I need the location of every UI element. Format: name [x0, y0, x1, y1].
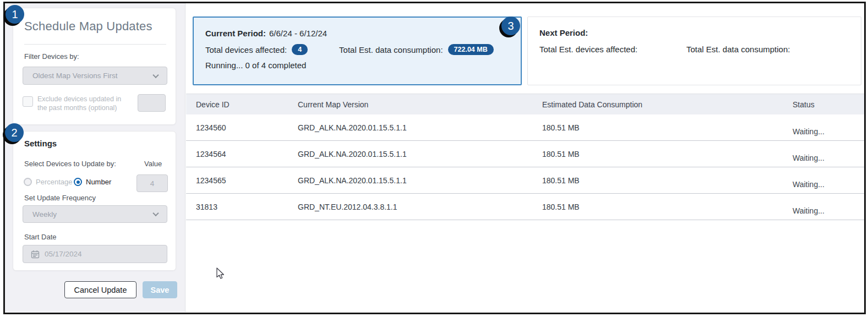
cell-consumption: 180.51 MB: [542, 176, 793, 185]
chevron-down-icon: [152, 210, 159, 216]
mouse-cursor-icon: [216, 267, 225, 280]
cell-device-id: 31813: [196, 203, 298, 211]
settings-panel: Settings Select Devices to Update by: Va…: [13, 131, 176, 271]
exclude-devices-label: Exclude devices updated in the past mont…: [37, 95, 127, 112]
col-current-map-version: Current Map Version: [298, 100, 542, 109]
current-period-range: 6/6/24 - 6/12/24: [269, 29, 327, 38]
table-row: 1234565 GRD_ALK.NA.2020.01.15.5.1.1 180.…: [186, 167, 864, 194]
callout-badge-3: 3: [501, 17, 520, 35]
next-devices-affected-label: Total Est. devices affected:: [539, 45, 637, 54]
start-date-value: 05/17/2024: [45, 250, 82, 258]
current-period-card: Current Period: 6/6/24 - 6/12/24 Total d…: [193, 17, 522, 85]
update-frequency-select[interactable]: Weekly: [23, 205, 167, 223]
filter-panel: Schedule Map Updates Filter Devices by: …: [13, 8, 176, 125]
table-row: 1234560 GRD_ALK.NA.2020.01.15.5.1.1 180.…: [186, 114, 864, 141]
col-device-id: Device ID: [196, 100, 298, 109]
chevron-down-icon: [152, 72, 159, 78]
start-date-label: Start Date: [24, 233, 57, 241]
current-period-label: Current Period:: [205, 29, 266, 38]
col-estimated-data-consumption: Estimated Data Consumption: [542, 100, 793, 109]
percentage-radio-label: Percentage: [36, 178, 73, 186]
total-data-consumption-label: Total Est. data consumption:: [339, 45, 443, 54]
running-status-text: Running... 0 of 4 completed: [205, 61, 306, 70]
update-frequency-label: Set Update Frequency: [24, 194, 96, 202]
select-devices-by-label: Select Devices to Update by:: [24, 160, 116, 168]
next-data-consumption-label: Total Est. data consumption:: [686, 45, 790, 54]
cell-consumption: 180.51 MB: [542, 203, 793, 211]
number-radio[interactable]: [74, 178, 82, 186]
cell-map-version: GRD_NT.EU.2012.04.3.8.1.1: [298, 203, 542, 211]
number-radio-label: Number: [86, 178, 111, 186]
next-period-label: Next Period:: [539, 28, 588, 37]
start-date-input[interactable]: 05/17/2024: [23, 245, 167, 263]
exclude-devices-checkbox[interactable]: [23, 96, 33, 107]
schedule-map-updates-screen: Schedule Map Updates Filter Devices by: …: [0, 0, 868, 317]
total-devices-affected-label: Total devices affected:: [205, 45, 287, 54]
total-data-consumption-badge: 722.04 MB: [448, 44, 494, 55]
save-button[interactable]: Save: [143, 281, 177, 298]
table-row: 1234564 GRD_ALK.NA.2020.01.15.5.1.1 180.…: [186, 141, 864, 167]
cell-consumption: 180.51 MB: [542, 150, 793, 158]
next-period-card: Next Period: Total Est. devices affected…: [527, 17, 861, 85]
cell-device-id: 1234564: [196, 150, 298, 158]
callout-badge-2: 2: [5, 123, 24, 142]
cell-map-version: GRD_ALK.NA.2020.01.15.5.1.1: [298, 176, 542, 185]
cell-status: Waiting...: [793, 206, 864, 220]
cell-status: Waiting...: [793, 180, 864, 193]
cancel-update-button[interactable]: Cancel Update: [64, 281, 137, 298]
value-label: Value: [144, 160, 162, 168]
cell-device-id: 1234565: [196, 176, 298, 185]
col-status: Status: [793, 100, 864, 109]
cell-map-version: GRD_ALK.NA.2020.01.15.5.1.1: [298, 123, 542, 132]
cell-device-id: 1234560: [196, 123, 298, 132]
settings-heading: Settings: [24, 139, 57, 148]
callout-badge-1: 1: [6, 5, 24, 24]
cell-map-version: GRD_ALK.NA.2020.01.15.5.1.1: [298, 150, 542, 158]
filter-devices-select[interactable]: Oldest Map Versions First: [23, 67, 167, 85]
percentage-radio[interactable]: [24, 178, 32, 186]
cell-status: Waiting...: [793, 127, 864, 140]
total-devices-affected-badge: 4: [292, 44, 308, 55]
exclude-months-input[interactable]: [138, 94, 166, 112]
divider: [24, 44, 166, 45]
filter-devices-selected-value: Oldest Map Versions First: [32, 72, 118, 80]
page-title: Schedule Map Updates: [24, 19, 152, 34]
calendar-icon: [31, 250, 40, 259]
cell-consumption: 180.51 MB: [542, 123, 793, 132]
value-input[interactable]: 4: [137, 174, 168, 192]
cell-status: Waiting...: [793, 154, 864, 167]
device-table-header: Device ID Current Map Version Estimated …: [186, 94, 864, 114]
table-row: 31813 GRD_NT.EU.2012.04.3.8.1.1 180.51 M…: [186, 194, 864, 220]
update-frequency-selected-value: Weekly: [32, 210, 57, 218]
filter-devices-label: Filter Devices by:: [24, 52, 79, 61]
